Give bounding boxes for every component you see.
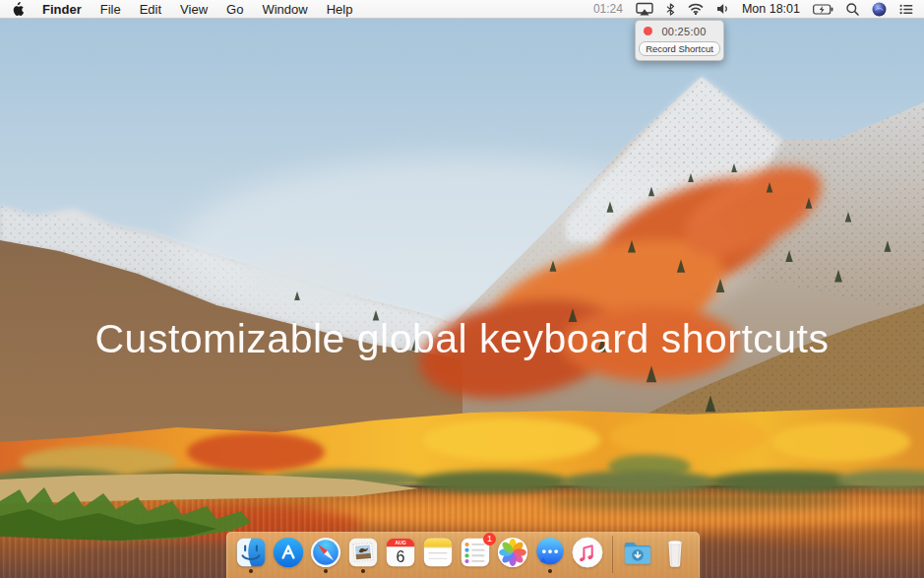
dock-item-finder[interactable]	[234, 536, 268, 573]
dock-item-calendar[interactable]: AUG 6	[384, 536, 417, 573]
timer-menu-extra[interactable]: 01:24	[593, 2, 623, 16]
calendar-month-label: AUG	[395, 540, 406, 546]
siri-icon[interactable]	[872, 0, 887, 19]
running-indicator	[324, 569, 328, 573]
record-indicator-icon	[644, 27, 652, 35]
screen-mirroring-icon[interactable]	[636, 0, 653, 19]
dock-item-reminders[interactable]: 1	[459, 536, 492, 573]
dock-item-app-store[interactable]	[272, 536, 305, 573]
spotlight-search-icon[interactable]	[846, 0, 859, 19]
menu-finder[interactable]: Finder	[42, 0, 82, 19]
record-shortcut-button[interactable]: Record Shortcut	[639, 41, 720, 56]
dock-item-downloads-folder[interactable]	[621, 536, 654, 573]
calendar-day-label: 6	[397, 546, 405, 564]
battery-charging-icon[interactable]	[813, 0, 833, 19]
volume-icon[interactable]	[716, 0, 729, 19]
desktop-screen: Customizable global keyboard shortcuts F…	[0, 0, 924, 578]
menu-window[interactable]: Window	[262, 0, 307, 19]
dock-item-photos[interactable]	[496, 536, 529, 573]
dock-item-notes[interactable]	[421, 536, 455, 573]
running-indicator	[361, 569, 365, 573]
dock-item-trash[interactable]	[658, 536, 692, 573]
running-indicator	[249, 569, 253, 573]
bluetooth-icon[interactable]	[666, 0, 675, 19]
menu-bar-status: 01:24 Mon 18:01	[593, 0, 913, 18]
wifi-icon[interactable]	[688, 0, 704, 19]
dock-divider	[612, 536, 613, 573]
menu-bar-clock[interactable]: Mon 18:01	[742, 2, 800, 16]
running-indicator	[548, 569, 552, 573]
menu-bar-left: Finder File Edit View Go Window Help	[11, 0, 352, 18]
dock-item-messages[interactable]	[533, 536, 567, 573]
menu-file[interactable]: File	[100, 0, 121, 19]
notification-center-icon[interactable]	[899, 0, 913, 19]
menu-edit[interactable]: Edit	[140, 0, 161, 19]
wallpaper-high-sierra	[0, 19, 924, 578]
timer-row: 00:25:00	[639, 24, 720, 38]
menu-go[interactable]: Go	[226, 0, 243, 19]
dock-item-mail[interactable]	[346, 536, 380, 573]
timer-popover: 00:25:00 Record Shortcut	[635, 20, 724, 61]
menu-bar: Finder File Edit View Go Window Help 01:…	[0, 0, 924, 19]
menu-view[interactable]: View	[180, 0, 208, 19]
reminders-badge: 1	[483, 533, 496, 546]
dock-item-safari[interactable]	[309, 536, 342, 573]
timer-value: 00:25:00	[652, 26, 715, 37]
dock-item-itunes[interactable]	[571, 536, 604, 573]
apple-menu-icon[interactable]	[11, 0, 24, 19]
menu-help[interactable]: Help	[327, 0, 353, 19]
dock: AUG 6 1	[226, 532, 700, 578]
hero-caption: Customizable global keyboard shortcuts	[0, 316, 924, 362]
